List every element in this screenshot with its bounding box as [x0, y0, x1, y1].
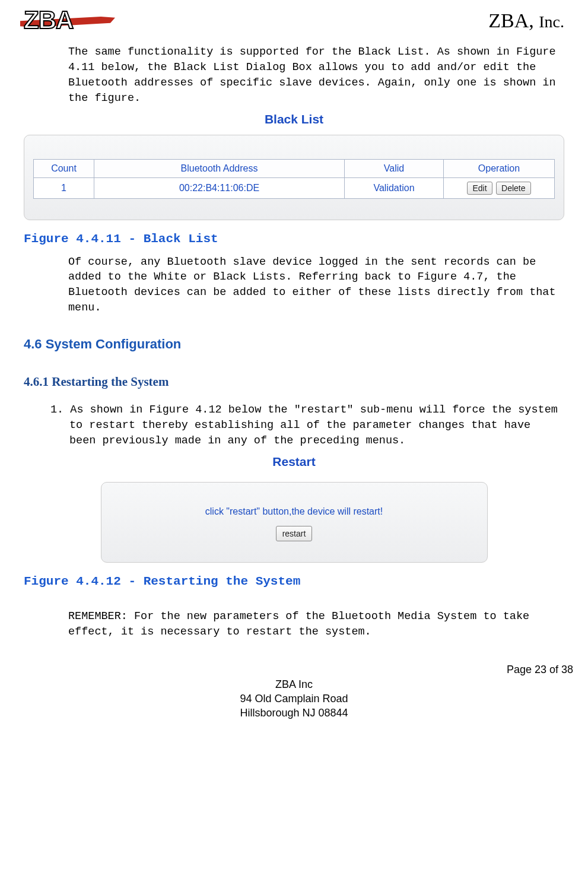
footer-line-3: Hillsborough NJ 08844: [24, 706, 564, 720]
col-valid: Valid: [345, 159, 444, 177]
numbered-step-1: 1. As shown in Figure 4.12 below the "re…: [50, 402, 561, 449]
section-4-6-heading: 4.6 System Configuration: [24, 337, 564, 352]
cell-count: 1: [34, 177, 94, 198]
restart-title: Restart: [24, 455, 564, 469]
col-address: Bluetooth Address: [94, 159, 345, 177]
section-4-6-1-heading: 4.6.1 Restarting the System: [24, 375, 564, 389]
paragraph-remember: REMEMBER: For the new parameters of the …: [68, 609, 561, 640]
restart-panel: click "restart" button,the device will r…: [101, 482, 488, 563]
edit-button[interactable]: Edit: [467, 182, 492, 195]
blacklist-title: Black List: [24, 112, 564, 126]
delete-button[interactable]: Delete: [496, 182, 530, 195]
figure-caption-4-4-11: Figure 4.4.11 - Black List: [24, 232, 564, 246]
table-row: 1 00:22:B4:11:06:DE Validation Edit Dele…: [34, 177, 555, 198]
cell-operation: Edit Delete: [444, 177, 555, 198]
blacklist-table: Count Bluetooth Address Valid Operation …: [33, 159, 555, 199]
paragraph-2: Of course, any Bluetooth slave device lo…: [68, 255, 561, 316]
cell-address: 00:22:B4:11:06:DE: [94, 177, 345, 198]
footer-line-2: 94 Old Camplain Road: [24, 691, 564, 706]
restart-instruction: click "restart" button,the device will r…: [110, 506, 478, 517]
company-name: ZBA, Inc.: [488, 9, 564, 32]
blacklist-panel: Count Bluetooth Address Valid Operation …: [24, 135, 564, 220]
footer-line-1: ZBA Inc: [24, 677, 564, 691]
zba-logo: ZBA: [24, 6, 113, 36]
footer: ZBA Inc 94 Old Camplain Road Hillsboroug…: [24, 677, 564, 721]
cell-valid: Validation: [345, 177, 444, 198]
logo-text: ZBA: [24, 6, 73, 34]
col-operation: Operation: [444, 159, 555, 177]
col-count: Count: [34, 159, 94, 177]
figure-caption-4-4-12: Figure 4.4.12 - Restarting the System: [24, 575, 564, 588]
paragraph-intro: The same functionality is supported for …: [68, 45, 561, 106]
page-number: Page 23 of 38: [24, 664, 573, 676]
page-header: ZBA ZBA, Inc.: [24, 6, 564, 36]
table-header-row: Count Bluetooth Address Valid Operation: [34, 159, 555, 177]
restart-button[interactable]: restart: [276, 526, 313, 541]
